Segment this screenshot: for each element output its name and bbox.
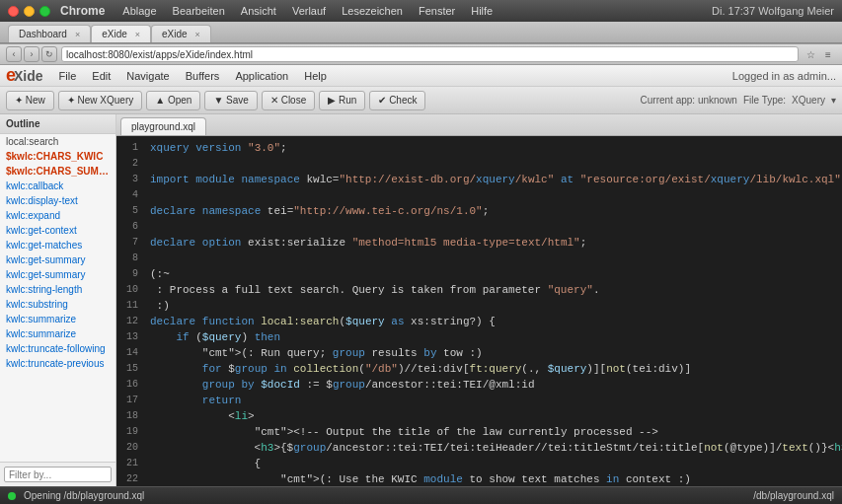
code-editor[interactable]: 1xquery version "3.0";23import module na… (116, 136, 842, 486)
menu-verlauf[interactable]: Verlauf (284, 3, 334, 19)
tab-exide2-label: eXide (162, 29, 188, 39)
code-line: 12declare function local:search($query a… (116, 314, 842, 329)
line-number: 18 (116, 408, 146, 424)
minimize-window-button[interactable] (24, 6, 35, 17)
line-content: { (146, 456, 842, 471)
menu-ansicht[interactable]: Ansicht (233, 3, 284, 19)
star-icon[interactable]: ☆ (803, 46, 818, 62)
line-content: return (146, 393, 842, 408)
sidebar-item-15[interactable]: kwlc:truncate-previous (0, 356, 115, 371)
sidebar-item-4[interactable]: kwlc:display-text (0, 193, 115, 208)
line-content: :) (146, 298, 842, 314)
line-number: 19 (116, 424, 146, 440)
sidebar-item-7[interactable]: kwlc:get-matches (0, 238, 115, 252)
sidebar: Outline local:search$kwlc:CHARS_KWIC$kwl… (0, 114, 116, 486)
logo-icon: e (6, 65, 14, 85)
line-number: 5 (116, 203, 146, 219)
line-number: 22 (116, 471, 146, 486)
status-bar: Opening /db/playground.xql /db/playgroun… (0, 486, 842, 504)
new-xquery-button[interactable]: ✦ New XQuery (58, 91, 142, 110)
tab-exide2-close[interactable]: × (195, 30, 200, 39)
menu-application[interactable]: Application (227, 68, 296, 84)
app-menu: eXide File Edit Navigate Buffers Applica… (0, 65, 842, 87)
title-bar: Chrome Ablage Bearbeiten Ansicht Verlauf… (0, 0, 842, 22)
code-line: 13 if ($query) then (116, 329, 842, 345)
check-button[interactable]: ✔ Check (369, 91, 425, 110)
run-button[interactable]: ▶ Run (319, 91, 365, 110)
line-content: "cmt">(: Run query; group results by tow… (146, 345, 842, 361)
tab-dashboard-close[interactable]: × (75, 30, 80, 39)
menu-file[interactable]: File (51, 68, 85, 84)
sidebar-item-3[interactable]: kwlc:callback (0, 179, 115, 193)
menu-fenster[interactable]: Fenster (411, 3, 463, 19)
save-button[interactable]: ▼ Save (204, 91, 257, 110)
sidebar-filter-input[interactable] (4, 467, 112, 482)
menu-navigate[interactable]: Navigate (118, 68, 177, 84)
close-window-button[interactable] (8, 6, 19, 17)
sidebar-item-13[interactable]: kwlc:summarize (0, 326, 115, 341)
menu-help[interactable]: Help (296, 68, 335, 84)
file-type-value: XQuery (792, 95, 825, 106)
browser-nav: ‹ › ↻ (6, 46, 57, 62)
line-content: "cmt"><!-- Output the title of the law c… (146, 424, 842, 440)
menu-hilfe[interactable]: Hilfe (463, 3, 500, 19)
sidebar-item-10[interactable]: kwlc:string-length (0, 282, 115, 297)
code-line: 5declare namespace tei="http://www.tei-c… (116, 203, 842, 219)
sidebar-filter-area (0, 462, 115, 486)
menu-ablage[interactable]: Ablage (115, 3, 164, 19)
browser-tab-exide-2[interactable]: eXide × (151, 25, 211, 42)
code-line: 1xquery version "3.0"; (116, 140, 842, 156)
sidebar-item-1[interactable]: $kwlc:CHARS_KWIC (0, 149, 115, 164)
tab-exide1-label: eXide (102, 29, 127, 39)
maximize-window-button[interactable] (39, 6, 50, 17)
sidebar-item-5[interactable]: kwlc:expand (0, 208, 115, 223)
open-button[interactable]: ▲ Open (146, 91, 200, 110)
traffic-lights (8, 6, 50, 17)
menu-edit[interactable]: Edit (84, 68, 118, 84)
line-content (146, 219, 842, 235)
code-line: 17 return (116, 393, 842, 408)
tab-exide1-close[interactable]: × (135, 30, 140, 39)
forward-button[interactable]: › (24, 46, 39, 62)
line-number: 4 (116, 187, 146, 203)
sidebar-item-12[interactable]: kwlc:summarize (0, 312, 115, 326)
file-type-dropdown-icon[interactable]: ▾ (831, 95, 836, 106)
sidebar-item-9[interactable]: kwlc:get-summary (0, 267, 115, 282)
line-content: import module namespace kwlc="http://exi… (146, 172, 842, 187)
logged-in-text: Logged in as admin... (732, 70, 836, 82)
code-line: 20 <h3>{$group/ancestor::tei:TEI/tei:tei… (116, 440, 842, 456)
line-content: <h3>{$group/ancestor::tei:TEI/tei:teiHea… (146, 440, 842, 456)
sidebar-item-8[interactable]: kwlc:get-summary (0, 252, 115, 267)
back-button[interactable]: ‹ (6, 46, 22, 62)
app-name: Chrome (60, 4, 105, 18)
menu-buffers[interactable]: Buffers (178, 68, 228, 84)
sidebar-item-6[interactable]: kwlc:get-context (0, 223, 115, 238)
line-content: declare namespace tei="http://www.tei-c.… (146, 203, 842, 219)
code-line: 14 "cmt">(: Run query; group results by … (116, 345, 842, 361)
line-number: 10 (116, 282, 146, 298)
address-bar[interactable]: localhost:8080/exist/apps/eXide/index.ht… (61, 46, 799, 62)
menu-lesezeichen[interactable]: Lesezeichen (334, 3, 411, 19)
sidebar-item-0[interactable]: local:search (0, 134, 115, 149)
line-content: : Process a full text search. Query is t… (146, 282, 842, 298)
line-number: 21 (116, 456, 146, 471)
menu-bearbeiten[interactable]: Bearbeiten (165, 3, 233, 19)
line-number: 1 (116, 140, 146, 156)
browser-tab-dashboard[interactable]: Dashboard × (8, 25, 91, 42)
title-right-info: Di. 17:37 Wolfgang Meier (712, 5, 834, 17)
reload-button[interactable]: ↻ (41, 46, 57, 62)
menu-icon[interactable]: ≡ (820, 46, 836, 62)
sidebar-item-14[interactable]: kwlc:truncate-following (0, 341, 115, 356)
line-number: 15 (116, 361, 146, 377)
editor-tab-bar: playground.xql (116, 114, 842, 136)
close-button[interactable]: ✕ Close (262, 91, 315, 110)
browser-toolbar: ‹ › ↻ localhost:8080/exist/apps/eXide/in… (0, 43, 842, 65)
sidebar-item-11[interactable]: kwlc:substring (0, 297, 115, 312)
sidebar-item-2[interactable]: $kwlc:CHARS_SUMMARY (0, 164, 115, 179)
browser-tab-exide-1[interactable]: eXide × (91, 25, 151, 42)
line-content: "cmt">(: Use the KWIC module to show tex… (146, 471, 842, 486)
editor-tab-playground[interactable]: playground.xql (120, 117, 206, 135)
new-button[interactable]: ✦ New (6, 91, 54, 110)
code-line: 2 (116, 156, 842, 172)
code-line: 18 <li> (116, 408, 842, 424)
